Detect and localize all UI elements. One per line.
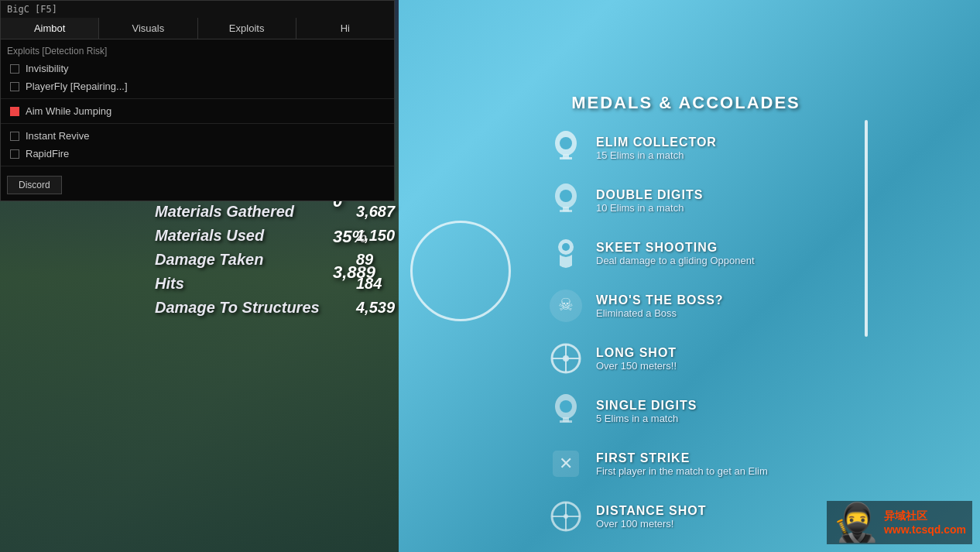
cheat-item-invisibility[interactable]: Invisibility xyxy=(1,60,394,77)
medal-first-strike: ✕ FIRST STRIKE First player in the match… xyxy=(547,444,825,483)
medal-text-skeet-shooting: SKEET SHOOTING Deal damage to a gliding … xyxy=(596,241,755,266)
medal-text-elim-collector: ELIM COLLECTOR 15 Elims in a match xyxy=(596,135,717,161)
stat-value-6: 4,539 xyxy=(356,299,418,317)
medal-distance-shot: DISTANCE SHOT Over 100 meters! xyxy=(547,497,825,536)
stat-row-4: Damage Taken 89 xyxy=(155,251,418,269)
stat-row-3: Materials Used 1,150 xyxy=(155,227,418,245)
medal-desc-elim-collector: 15 Elims in a match xyxy=(596,149,717,161)
label-instant-revive: Instant Revive xyxy=(26,130,89,142)
medal-icon-whos-the-boss: ☠ xyxy=(547,286,585,325)
medal-icon-distance-shot xyxy=(547,497,585,536)
divider-3 xyxy=(1,166,394,166)
medal-skeet-shooting: SKEET SHOOTING Deal damage to a gliding … xyxy=(547,234,825,273)
watermark: 🥷 异域社区 www.tcsqd.com xyxy=(827,501,972,544)
svg-point-1 xyxy=(560,137,572,149)
cheat-item-aim-jumping[interactable]: Aim While Jumping xyxy=(1,102,394,120)
tab-visuals[interactable]: Visuals xyxy=(99,18,197,39)
medal-desc-distance-shot: Over 100 meters! xyxy=(596,518,706,530)
svg-rect-3 xyxy=(560,157,572,159)
stat-row-2: Materials Gathered 3,687 xyxy=(155,203,418,221)
medal-desc-long-shot: Over 150 meters!! xyxy=(596,360,677,372)
medal-icon-long-shot xyxy=(547,339,585,378)
medal-text-distance-shot: DISTANCE SHOT Over 100 meters! xyxy=(596,504,706,530)
svg-text:☠: ☠ xyxy=(558,295,574,314)
medal-desc-double-digits: 10 Elims in a match xyxy=(596,202,703,214)
stat-value-3: 1,150 xyxy=(356,227,418,245)
label-rapidfire: RapidFire xyxy=(26,148,69,159)
tab-aimbot[interactable]: Aimbot xyxy=(1,18,99,39)
section-title: Exploits [Detection Risk] xyxy=(1,39,394,60)
cheat-item-instant-revive[interactable]: Instant Revive xyxy=(1,127,394,145)
medal-double-digits: DOUBLE DIGITS 10 Elims in a match xyxy=(547,181,825,220)
medal-whos-the-boss: ☠ WHO'S THE BOSS? Eliminated a Boss xyxy=(547,286,825,325)
stat-value-4: 89 xyxy=(356,251,418,269)
medal-desc-whos-the-boss: Eliminated a Boss xyxy=(596,307,724,319)
divider-2 xyxy=(1,123,394,124)
medal-text-whos-the-boss: WHO'S THE BOSS? Eliminated a Boss xyxy=(596,293,724,319)
cheat-tabs: Aimbot Visuals Exploits Hi xyxy=(1,18,394,39)
discord-button[interactable]: Discord xyxy=(7,176,62,194)
svg-point-15 xyxy=(563,355,569,362)
stat-row-5: Hits 184 xyxy=(155,275,418,293)
medal-desc-first-strike: First player in the match to get an Elim xyxy=(596,465,768,477)
medal-icon-first-strike: ✕ xyxy=(547,444,585,483)
watermark-text: 异域社区 xyxy=(884,509,966,523)
svg-point-5 xyxy=(560,190,572,202)
medal-icon-elim-collector xyxy=(547,129,585,167)
medal-text-single-digits: SINGLE DIGITS 5 Elims in a match xyxy=(596,399,697,424)
medal-name-elim-collector: ELIM COLLECTOR xyxy=(596,135,717,149)
medal-name-skeet-shooting: SKEET SHOOTING xyxy=(596,241,755,255)
svg-text:✕: ✕ xyxy=(559,454,573,473)
medal-name-whos-the-boss: WHO'S THE BOSS? xyxy=(596,293,724,307)
svg-point-25 xyxy=(564,514,568,519)
svg-point-9 xyxy=(562,243,570,251)
medals-title: MEDALS & ACCOLADES xyxy=(547,93,825,113)
medal-name-first-strike: FIRST STRIKE xyxy=(596,451,768,465)
medal-icon-skeet-shooting xyxy=(547,234,585,273)
medal-text-long-shot: LONG SHOT Over 150 meters!! xyxy=(596,346,677,372)
stat-label-5: Hits xyxy=(155,275,356,293)
medal-elim-collector: ELIM COLLECTOR 15 Elims in a match xyxy=(547,129,825,167)
cheat-item-rapidfire[interactable]: RapidFire xyxy=(1,145,394,163)
watermark-site: www.tcsqd.com xyxy=(884,523,966,536)
stat-row-6: Damage To Structures 4,539 xyxy=(155,299,418,317)
label-invisibility: Invisibility xyxy=(26,63,69,74)
svg-rect-19 xyxy=(560,420,572,423)
medal-text-double-digits: DOUBLE DIGITS 10 Elims in a match xyxy=(596,188,703,214)
divider-1 xyxy=(1,98,394,99)
scrollbar[interactable] xyxy=(865,120,868,337)
checkbox-invisibility[interactable] xyxy=(10,64,19,74)
checkbox-instant-revive[interactable] xyxy=(10,132,19,141)
label-playerfly: PlayerFly [Repairing...] xyxy=(26,81,128,92)
stat-label-3: Materials Used xyxy=(155,227,356,245)
medal-text-first-strike: FIRST STRIKE First player in the match t… xyxy=(596,451,768,477)
cheat-menu: BigC [F5] Aimbot Visuals Exploits Hi Exp… xyxy=(0,0,395,201)
checkbox-aim-jumping[interactable] xyxy=(10,107,19,116)
watermark-char: 🥷 xyxy=(833,504,879,541)
svg-rect-7 xyxy=(560,210,572,212)
stat-label-6: Damage To Structures xyxy=(155,299,356,317)
cheat-title: BigC [F5] xyxy=(1,1,394,18)
tab-exploits[interactable]: Exploits xyxy=(198,18,296,39)
checkbox-playerfly[interactable] xyxy=(10,82,19,91)
tab-hi[interactable]: Hi xyxy=(296,18,394,39)
medal-name-double-digits: DOUBLE DIGITS xyxy=(596,188,703,202)
medal-long-shot: LONG SHOT Over 150 meters!! xyxy=(547,339,825,378)
medal-icon-single-digits xyxy=(547,392,585,430)
label-aim-jumping: Aim While Jumping xyxy=(26,105,111,117)
medal-icon-double-digits xyxy=(547,181,585,220)
stat-value-2: 3,687 xyxy=(356,203,418,221)
medal-name-single-digits: SINGLE DIGITS xyxy=(596,399,697,413)
checkbox-rapidfire[interactable] xyxy=(10,149,19,159)
stat-label-2: Materials Gathered xyxy=(155,203,356,221)
medal-desc-skeet-shooting: Deal damage to a gliding Opponent xyxy=(596,255,755,266)
medals-section: MEDALS & ACCOLADES ELIM COLLECTOR 15 Eli… xyxy=(547,93,825,550)
medal-desc-single-digits: 5 Elims in a match xyxy=(596,413,697,424)
medal-name-long-shot: LONG SHOT xyxy=(596,346,677,360)
circle-target xyxy=(410,221,511,321)
medal-single-digits: SINGLE DIGITS 5 Elims in a match xyxy=(547,392,825,430)
stat-label-4: Damage Taken xyxy=(155,251,356,269)
svg-point-17 xyxy=(560,400,572,413)
cheat-item-playerfly[interactable]: PlayerFly [Repairing...] xyxy=(1,77,394,95)
stat-value-5: 184 xyxy=(356,275,418,293)
